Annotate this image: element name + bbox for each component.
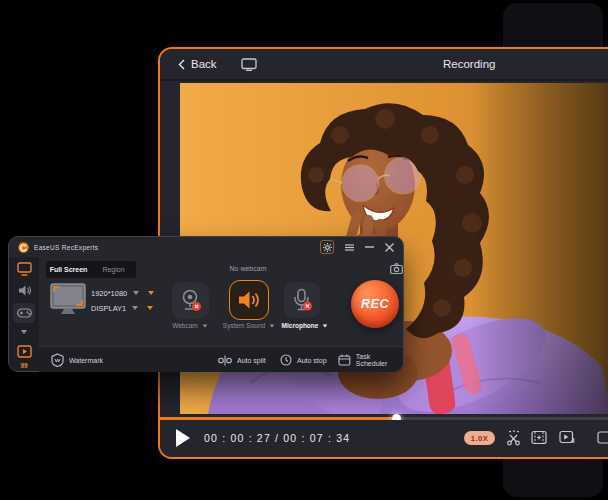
chevron-down-icon <box>148 291 154 295</box>
recordings-list-button[interactable] <box>16 345 32 358</box>
settings-button[interactable] <box>320 240 334 254</box>
microphone-dropdown[interactable]: Microphone <box>270 322 340 329</box>
chevron-down-icon <box>147 306 153 310</box>
microphone-icon <box>291 288 313 312</box>
auto-stop-label: Auto stop <box>297 357 327 364</box>
close-button[interactable] <box>385 243 394 252</box>
resolution-value: 1920*1080 <box>91 289 127 298</box>
minimize-button[interactable] <box>365 246 374 248</box>
back-label: Back <box>191 58 217 70</box>
preview-titlebar: Back Recording <box>160 49 608 81</box>
sidebar-item-game-record[interactable] <box>13 303 35 323</box>
rec-button[interactable]: REC <box>351 280 399 328</box>
app-name: EaseUS RecExperts <box>34 244 98 251</box>
speed-badge[interactable]: 1.0X <box>464 431 495 445</box>
system-sound-label: System Sound <box>223 322 265 329</box>
chevron-down-icon <box>21 330 27 334</box>
playback-bar: 00 : 00 : 27 / 00 : 07 : 34 1.0X <box>160 420 608 457</box>
auto-split-icon <box>218 355 232 366</box>
camera-icon <box>390 263 403 274</box>
system-sound-icon <box>238 290 260 310</box>
display-select-button[interactable] <box>241 58 257 71</box>
webcam-label: Webcam <box>172 322 198 329</box>
chevron-left-icon <box>178 59 185 70</box>
system-sound-toggle-button[interactable] <box>229 280 269 320</box>
screen-record-icon <box>17 262 32 276</box>
webcam-status: No webcam <box>209 265 287 272</box>
chevron-down-icon <box>132 306 138 310</box>
panel-sidebar: 99 <box>9 257 39 371</box>
auto-split-label: Auto split <box>237 357 266 364</box>
recordings-list-icon <box>17 345 32 358</box>
close-icon <box>385 243 394 252</box>
chevron-down-icon <box>133 291 139 295</box>
monitor-icon <box>241 58 257 71</box>
webcam-toggle-button[interactable] <box>172 282 209 319</box>
display-dropdown[interactable]: DISPLAY1 <box>91 303 153 313</box>
minimize-icon <box>365 246 374 248</box>
task-scheduler-icon <box>338 354 351 366</box>
screenshot-button[interactable] <box>390 263 403 274</box>
watermark-button[interactable]: Watermark <box>51 347 103 373</box>
recorder-panel: EaseUS RecExperts <box>8 236 404 372</box>
panel-footer: Watermark Auto split Auto stop <box>39 346 403 372</box>
task-scheduler-button[interactable]: Task Scheduler <box>338 347 403 373</box>
easeus-logo <box>18 242 29 253</box>
microphone-label: Microphone <box>282 322 319 329</box>
menu-icon <box>345 244 354 251</box>
panel-titlebar: EaseUS RecExperts <box>9 237 403 257</box>
capture-mode-tabs: Full Screen Region <box>46 261 136 278</box>
game-record-icon <box>17 308 32 318</box>
watermark-label: Watermark <box>69 357 103 364</box>
pip-play-icon[interactable] <box>559 430 575 445</box>
trim-scissors-icon[interactable] <box>506 430 521 446</box>
microphone-toggle-button[interactable] <box>284 282 320 318</box>
screenshot-stage: Back Recording <box>0 0 608 500</box>
auto-stop-button[interactable]: Auto stop <box>280 347 327 373</box>
auto-stop-clock-icon <box>280 354 292 366</box>
sidebar-expand-chevron[interactable] <box>16 330 32 334</box>
tab-region[interactable]: Region <box>91 266 136 273</box>
menu-button[interactable] <box>345 244 354 251</box>
watermark-icon <box>51 353 64 367</box>
back-button[interactable]: Back <box>178 58 217 70</box>
display-illustration <box>49 283 87 320</box>
play-button[interactable] <box>176 429 190 447</box>
task-scheduler-label: Task Scheduler <box>356 353 403 367</box>
chevron-down-icon <box>202 324 207 327</box>
settings-gear-icon <box>323 243 332 252</box>
auto-split-button[interactable]: Auto split <box>218 347 266 373</box>
resolution-dropdown[interactable]: 1920*1080 <box>91 288 154 298</box>
sidebar-item-audio-record[interactable] <box>16 284 32 297</box>
time-display: 00 : 00 : 27 / 00 : 07 : 34 <box>204 420 350 457</box>
recordings-count-badge[interactable]: 99 <box>9 362 39 369</box>
frame-extract-icon[interactable] <box>531 430 547 445</box>
window-title: Recording <box>443 58 495 70</box>
audio-record-icon <box>18 284 31 297</box>
chevron-down-icon <box>323 324 328 327</box>
tab-full-screen[interactable]: Full Screen <box>46 266 91 273</box>
sidebar-item-screen-record[interactable] <box>16 262 32 276</box>
clipped-toolbar-icon[interactable] <box>597 430 608 445</box>
display-value: DISPLAY1 <box>91 304 126 313</box>
webcam-icon <box>180 289 202 313</box>
